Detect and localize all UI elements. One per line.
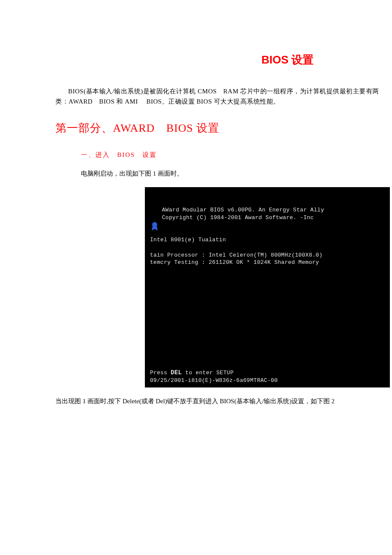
section-1-heading: 第一部分、AWARD BIOS 设置 [55,119,392,137]
subsection-1-heading: 一、进入 BIOS 设置 [55,150,392,160]
paragraph-after-figure: 当出现图 1 画面时,按下 Delete(或者 Del)键不放手直到进入 BIO… [55,396,392,406]
bios-info-lines: Intel 8001(e) Tualatin tain Processor : … [150,237,323,266]
award-ribbon-icon [150,206,159,217]
energy-star-logo: energy [390,204,392,294]
bios-footer: Press DEL to enter SETUP 09/25/2001-i810… [150,369,278,384]
bios-header-lines: AWard Modular BIOS v6.00PG. An Energy St… [162,206,324,221]
bios-boot-screenshot: AWard Modular BIOS v6.00PG. An Energy St… [145,187,390,387]
doc-title: BIOS 设置 [183,51,392,69]
intro-paragraph: BIOS(基本输入/输出系统)是被固化在计算机 CMOS RAM 芯片中的一组程… [55,86,392,107]
paragraph-before-figure: 电脑刚启动，出现如下图 1 画面时。 [55,168,392,179]
